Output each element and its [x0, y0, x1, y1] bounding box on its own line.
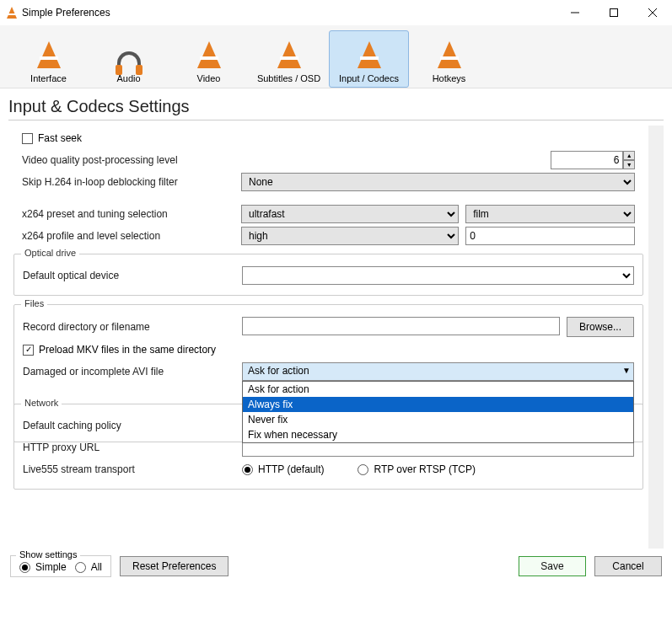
svg-rect-1: [610, 9, 618, 17]
spin-up-button[interactable]: ▲: [623, 151, 635, 160]
save-button[interactable]: Save: [519, 556, 586, 576]
category-tabs: Interface Audio Video Subtitles / OSD In…: [0, 25, 672, 88]
settings-scroll-area: ▴ ▾ Fast seek Video quality post-process…: [8, 126, 664, 549]
record-dir-input[interactable]: [242, 317, 560, 335]
avi-label: Damaged or incomplete AVI file: [23, 366, 242, 377]
cone-icon: [37, 41, 61, 68]
divider: [8, 120, 664, 120]
browse-button[interactable]: Browse...: [567, 317, 634, 337]
scroll-up-button[interactable]: ▴: [648, 126, 664, 141]
tab-subtitles-osd[interactable]: Subtitles / OSD: [249, 30, 329, 88]
show-settings-simple-radio[interactable]: Simple: [19, 561, 67, 573]
tab-interface[interactable]: Interface: [8, 30, 89, 88]
cone-icon: [277, 41, 301, 68]
scroll-thumb[interactable]: [648, 193, 664, 496]
avi-option-always[interactable]: Always fix: [243, 397, 633, 412]
quality-spinbox[interactable]: [551, 151, 623, 169]
x264-preset-select[interactable]: ultrafast: [241, 205, 459, 223]
spin-down-button[interactable]: ▼: [623, 160, 635, 169]
preset-label: x264 preset and tuning selection: [22, 208, 241, 220]
proxy-label: HTTP proxy URL: [23, 442, 242, 453]
preload-mkv-checkbox[interactable]: ✓ Preload MKV files in the same director…: [23, 344, 216, 356]
quality-label: Video quality post-processing level: [22, 154, 241, 166]
cancel-button[interactable]: Cancel: [594, 556, 662, 576]
skip-label: Skip H.264 in-loop deblocking filter: [22, 176, 241, 188]
live555-http-radio[interactable]: HTTP (default): [242, 463, 324, 475]
titlebar: Simple Preferences: [0, 0, 672, 25]
radio-icon: [242, 464, 253, 475]
live555-rtp-radio[interactable]: RTP over RTSP (TCP): [358, 463, 475, 475]
radio-icon: [75, 562, 86, 573]
footer: Show settings Simple All Reset Preferenc…: [0, 549, 672, 584]
x264-level-input[interactable]: [465, 227, 635, 245]
page-title: Input & Codecs Settings: [8, 97, 664, 116]
avi-dropdown: Ask for action Always fix Never fix Fix …: [242, 381, 634, 443]
radio-icon: [19, 562, 30, 573]
x264-profile-select[interactable]: high: [241, 227, 459, 245]
avi-option-when-necessary[interactable]: Fix when necessary: [243, 427, 633, 442]
cone-icon: [358, 41, 381, 68]
show-settings-all-radio[interactable]: All: [75, 561, 102, 573]
show-settings-group: Show settings Simple All: [10, 555, 111, 577]
minimize-button[interactable]: [556, 0, 594, 25]
default-optical-select[interactable]: [242, 266, 634, 285]
tab-hotkeys[interactable]: Hotkeys: [409, 30, 489, 88]
optical-drive-group: Optical drive Default optical device: [13, 254, 643, 296]
radio-icon: [358, 464, 368, 475]
cone-icon: [197, 41, 221, 68]
avi-option-ask[interactable]: Ask for action: [243, 382, 633, 397]
avi-option-never[interactable]: Never fix: [243, 412, 633, 427]
tab-input-codecs[interactable]: Input / Codecs: [329, 30, 409, 88]
skip-filter-select[interactable]: None: [241, 173, 635, 191]
avi-combobox[interactable]: Ask for action ▼ Ask for action Always f…: [242, 362, 634, 381]
reset-preferences-button[interactable]: Reset Preferences: [120, 556, 228, 576]
tab-audio[interactable]: Audio: [89, 30, 169, 88]
close-button[interactable]: [633, 0, 672, 25]
live555-label: Live555 stream transport: [23, 463, 242, 475]
checkbox-icon: ✓: [23, 345, 34, 356]
chevron-down-icon: ▼: [622, 366, 631, 375]
profile-label: x264 profile and level selection: [22, 230, 241, 242]
headphones-icon: [117, 51, 141, 68]
tab-video[interactable]: Video: [169, 30, 249, 88]
default-optical-label: Default optical device: [23, 270, 242, 281]
vlc-cone-icon: [7, 7, 17, 19]
fast-seek-checkbox[interactable]: Fast seek: [22, 132, 82, 144]
scroll-down-button[interactable]: ▾: [648, 533, 664, 549]
checkbox-icon: [22, 133, 33, 144]
maximize-button[interactable]: [594, 0, 633, 25]
x264-tune-select[interactable]: film: [465, 205, 635, 223]
record-dir-label: Record directory or filename: [23, 321, 242, 333]
cone-icon: [438, 41, 461, 68]
caching-label: Default caching policy: [23, 420, 242, 431]
window-title: Simple Preferences: [17, 7, 556, 19]
